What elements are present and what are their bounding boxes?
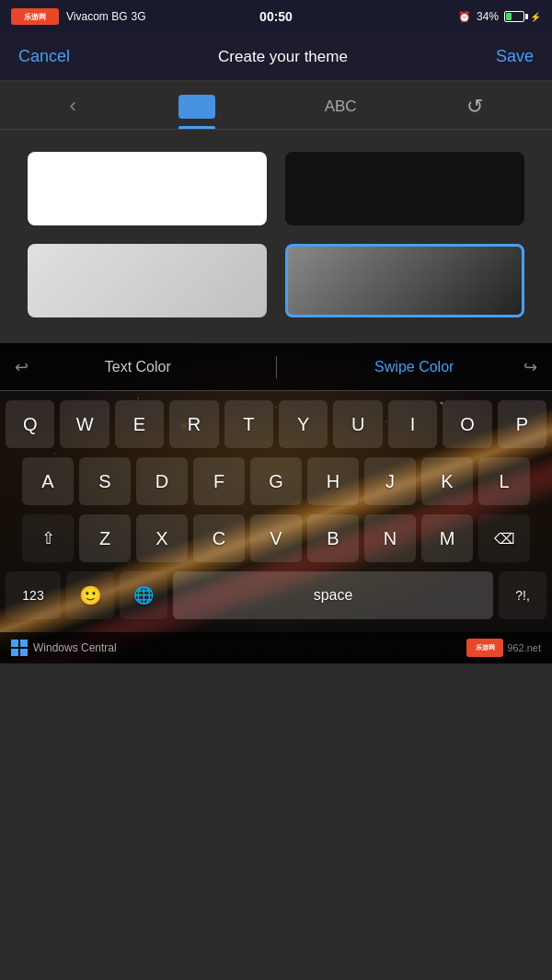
key-y[interactable]: Y (279, 400, 328, 448)
key-row-3: ⇧ Z X C V B N M ⌫ (6, 514, 546, 562)
brand-name: Windows Central (33, 641, 117, 654)
key-b[interactable]: B (307, 514, 359, 562)
battery-icon (504, 11, 524, 22)
keyboard-rows: Q W E R T Y U I O P A S D F G H J K (0, 391, 552, 632)
swipe-color-tab[interactable]: Swipe Color (277, 343, 553, 390)
tab-abc[interactable]: ABC (317, 96, 364, 127)
tab-reset[interactable]: ↺ (466, 95, 483, 128)
key-h[interactable]: H (307, 457, 359, 505)
key-o[interactable]: O (443, 400, 491, 448)
tab-right-icon: ↪ (523, 357, 537, 377)
abc-tab-label: ABC (317, 96, 364, 118)
watermark-url: 962.net (507, 642, 541, 653)
cancel-button[interactable]: Cancel (18, 47, 70, 66)
key-r[interactable]: R (169, 400, 218, 448)
text-color-tab[interactable]: Text Color (0, 343, 276, 390)
emoji-key[interactable]: 🙂 (66, 571, 114, 619)
keyboard-overlay: ↩ Text Color Swipe Color ↪ Q W E R T Y U… (0, 343, 552, 663)
charging-icon: ⚡ (530, 12, 541, 22)
tab-left-icon: ↩ (15, 357, 29, 377)
tab-bar: ‹ ABC ↺ (0, 81, 552, 130)
alarm-icon: ⏰ (458, 11, 471, 23)
key-u[interactable]: U (333, 400, 382, 448)
swatch-white[interactable] (28, 152, 267, 225)
watermark-logo: 乐游网 (466, 639, 503, 657)
top-nav: Cancel Create your theme Save (0, 33, 552, 81)
win-logo-q1 (11, 640, 18, 647)
key-k[interactable]: K (421, 457, 473, 505)
battery-fill (506, 13, 512, 20)
tab-keyboard[interactable] (178, 95, 215, 128)
swatch-black[interactable] (285, 152, 524, 225)
save-button[interactable]: Save (496, 47, 534, 66)
key-m[interactable]: M (421, 514, 473, 562)
swatch-gray-light[interactable] (28, 244, 267, 317)
color-tab-bar: ↩ Text Color Swipe Color ↪ (0, 343, 552, 391)
win-logo-q4 (20, 649, 28, 656)
keyboard-section: ↩ Text Color Swipe Color ↪ Q W E R T Y U… (0, 343, 552, 663)
key-f[interactable]: F (193, 457, 245, 505)
win-logo-q3 (11, 649, 18, 656)
key-row-1: Q W E R T Y U I O P (6, 400, 546, 448)
app-logo: 乐游网 (11, 8, 59, 25)
key-l[interactable]: L (478, 457, 530, 505)
key-w[interactable]: W (60, 400, 109, 448)
key-z[interactable]: Z (79, 514, 131, 562)
status-time: 00:50 (259, 9, 293, 24)
key-x[interactable]: X (136, 514, 188, 562)
key-row-4: 123 🙂 🌐 space ?!, (6, 571, 546, 619)
key-s[interactable]: S (79, 457, 131, 505)
key-n[interactable]: N (364, 514, 416, 562)
swatch-dark-selected[interactable] (285, 244, 524, 317)
win-logo-q2 (20, 640, 28, 647)
key-i[interactable]: I (388, 400, 437, 448)
status-bar: 乐游网 Vivacom BG 3G 00:50 ⏰ 34% ⚡ (0, 0, 552, 33)
tab-active-indicator (178, 126, 215, 129)
swatches-area (0, 130, 552, 343)
reset-icon: ↺ (466, 95, 483, 119)
key-v[interactable]: V (250, 514, 302, 562)
globe-key[interactable]: 🌐 (120, 571, 167, 619)
carrier-text: Vivacom BG (66, 10, 127, 23)
windows-logo-icon (11, 640, 28, 656)
key-e[interactable]: E (115, 400, 164, 448)
space-key[interactable]: space (173, 571, 493, 619)
text-color-label: Text Color (105, 359, 171, 375)
key-d[interactable]: D (136, 457, 188, 505)
key-c[interactable]: C (193, 514, 245, 562)
backspace-key[interactable]: ⌫ (478, 514, 530, 562)
key-q[interactable]: Q (6, 400, 54, 448)
theme-editor: ‹ ABC ↺ (0, 81, 552, 343)
swipe-color-label: Swipe Color (374, 359, 454, 375)
brand-windows: Windows Central (11, 640, 117, 656)
shift-key[interactable]: ⇧ (22, 514, 74, 562)
key-row-2: A S D F G H J K L (6, 457, 546, 505)
battery-percent: 34% (477, 10, 499, 23)
key-p[interactable]: P (498, 400, 546, 448)
key-a[interactable]: A (22, 457, 74, 505)
status-left: 乐游网 Vivacom BG 3G (11, 8, 145, 25)
back-button[interactable]: ‹ (69, 94, 75, 129)
status-right: ⏰ 34% ⚡ (458, 10, 541, 23)
key-t[interactable]: T (224, 400, 273, 448)
bottom-brand-bar: Windows Central 乐游网 962.net (0, 632, 552, 663)
punctuation-key[interactable]: ?!, (499, 571, 546, 619)
page-title: Create your theme (218, 48, 348, 66)
key-g[interactable]: G (250, 457, 302, 505)
key-j[interactable]: J (364, 457, 416, 505)
keyboard-tab-icon (178, 95, 215, 119)
key-123[interactable]: 123 (6, 571, 61, 619)
network-text: 3G (131, 10, 145, 23)
watermark-right: 乐游网 962.net (466, 639, 541, 657)
